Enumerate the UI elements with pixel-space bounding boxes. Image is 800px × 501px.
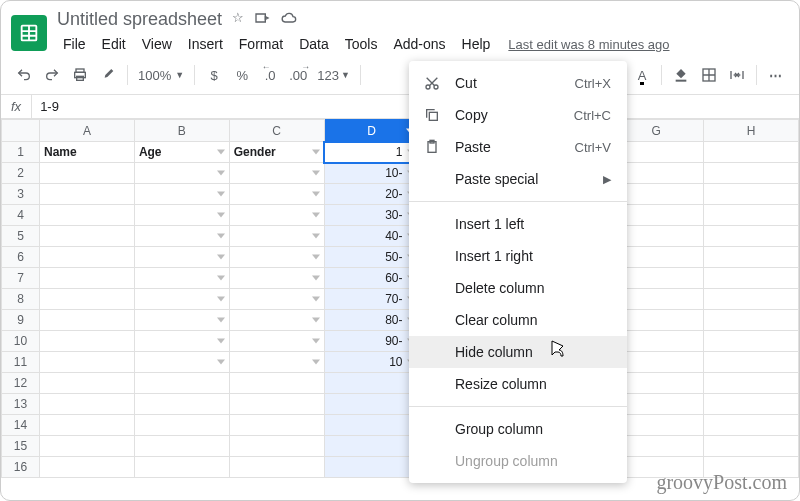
cell-dropdown-caret[interactable]: [312, 255, 320, 260]
context-menu-paste[interactable]: PasteCtrl+V: [409, 131, 627, 163]
row-header-14[interactable]: 14: [2, 415, 40, 436]
cell-B12[interactable]: [134, 373, 229, 394]
cell-dropdown-caret[interactable]: [217, 297, 225, 302]
menu-format[interactable]: Format: [233, 32, 289, 56]
cell-A10[interactable]: [40, 331, 135, 352]
cell-dropdown-caret[interactable]: [217, 192, 225, 197]
column-header-H[interactable]: H: [704, 120, 799, 142]
cell-dropdown-caret[interactable]: [217, 360, 225, 365]
context-menu-copy[interactable]: CopyCtrl+C: [409, 99, 627, 131]
row-header-15[interactable]: 15: [2, 436, 40, 457]
star-icon[interactable]: ☆: [232, 10, 244, 29]
document-title[interactable]: Untitled spreadsheet: [57, 9, 222, 30]
menu-data[interactable]: Data: [293, 32, 335, 56]
cell-D1[interactable]: 1: [324, 142, 419, 163]
decrease-decimal-button[interactable]: .0←: [257, 62, 283, 88]
cell-dropdown-caret[interactable]: [217, 171, 225, 176]
more-toolbar-button[interactable]: ⋯: [763, 62, 789, 88]
cell-H12[interactable]: [704, 373, 799, 394]
cell-D11[interactable]: 10: [324, 352, 419, 373]
cell-B13[interactable]: [134, 394, 229, 415]
cell-D3[interactable]: 20-: [324, 184, 419, 205]
menu-insert[interactable]: Insert: [182, 32, 229, 56]
cell-C1[interactable]: Gender: [229, 142, 324, 163]
print-button[interactable]: [67, 62, 93, 88]
cell-dropdown-caret[interactable]: [217, 234, 225, 239]
cell-H6[interactable]: [704, 247, 799, 268]
spreadsheet-grid[interactable]: ABCDGH1NameAgeGender1210-320-430-540-650…: [1, 119, 799, 478]
sheets-app-icon[interactable]: [11, 15, 47, 51]
cell-dropdown-caret[interactable]: [312, 360, 320, 365]
cell-B5[interactable]: [134, 226, 229, 247]
cell-D7[interactable]: 60-: [324, 268, 419, 289]
context-menu-group-column[interactable]: Group column: [409, 413, 627, 445]
cell-B10[interactable]: [134, 331, 229, 352]
row-header-2[interactable]: 2: [2, 163, 40, 184]
cell-dropdown-caret[interactable]: [312, 171, 320, 176]
cell-D8[interactable]: 70-: [324, 289, 419, 310]
cell-H8[interactable]: [704, 289, 799, 310]
row-header-6[interactable]: 6: [2, 247, 40, 268]
increase-decimal-button[interactable]: .00→: [285, 62, 311, 88]
format-currency-button[interactable]: $: [201, 62, 227, 88]
context-menu-hide-column[interactable]: Hide column: [409, 336, 627, 368]
cloud-status-icon[interactable]: [280, 10, 298, 29]
cell-H2[interactable]: [704, 163, 799, 184]
cell-H4[interactable]: [704, 205, 799, 226]
cell-C5[interactable]: [229, 226, 324, 247]
cell-D14[interactable]: [324, 415, 419, 436]
cell-B8[interactable]: [134, 289, 229, 310]
zoom-dropdown[interactable]: 100%▼: [134, 62, 188, 88]
cell-D4[interactable]: 30-: [324, 205, 419, 226]
cell-D9[interactable]: 80-: [324, 310, 419, 331]
row-header-13[interactable]: 13: [2, 394, 40, 415]
cell-B9[interactable]: [134, 310, 229, 331]
paint-format-button[interactable]: [95, 62, 121, 88]
cell-A8[interactable]: [40, 289, 135, 310]
cell-A12[interactable]: [40, 373, 135, 394]
cell-A5[interactable]: [40, 226, 135, 247]
column-header-A[interactable]: A: [40, 120, 135, 142]
format-percent-button[interactable]: %: [229, 62, 255, 88]
menu-view[interactable]: View: [136, 32, 178, 56]
cell-H3[interactable]: [704, 184, 799, 205]
move-icon[interactable]: [254, 10, 270, 29]
cell-A6[interactable]: [40, 247, 135, 268]
cell-C15[interactable]: [229, 436, 324, 457]
row-header-9[interactable]: 9: [2, 310, 40, 331]
row-header-3[interactable]: 3: [2, 184, 40, 205]
cell-B15[interactable]: [134, 436, 229, 457]
cell-A14[interactable]: [40, 415, 135, 436]
cell-D5[interactable]: 40-: [324, 226, 419, 247]
cell-H9[interactable]: [704, 310, 799, 331]
cell-H15[interactable]: [704, 436, 799, 457]
cell-B1[interactable]: Age: [134, 142, 229, 163]
cell-C7[interactable]: [229, 268, 324, 289]
cell-A9[interactable]: [40, 310, 135, 331]
redo-button[interactable]: [39, 62, 65, 88]
cell-dropdown-caret[interactable]: [312, 213, 320, 218]
cell-C11[interactable]: [229, 352, 324, 373]
cell-C3[interactable]: [229, 184, 324, 205]
number-format-dropdown[interactable]: 123▼: [313, 62, 354, 88]
cell-D10[interactable]: 90-: [324, 331, 419, 352]
borders-button[interactable]: [696, 62, 722, 88]
cell-A3[interactable]: [40, 184, 135, 205]
row-header-8[interactable]: 8: [2, 289, 40, 310]
cell-B11[interactable]: [134, 352, 229, 373]
context-menu-delete-column[interactable]: Delete column: [409, 272, 627, 304]
cell-dropdown-caret[interactable]: [312, 234, 320, 239]
context-menu-resize-column[interactable]: Resize column: [409, 368, 627, 400]
cell-H14[interactable]: [704, 415, 799, 436]
context-menu-insert-1-left[interactable]: Insert 1 left: [409, 208, 627, 240]
cell-B7[interactable]: [134, 268, 229, 289]
cell-dropdown-caret[interactable]: [217, 276, 225, 281]
cell-dropdown-caret[interactable]: [312, 192, 320, 197]
cell-D13[interactable]: [324, 394, 419, 415]
cell-dropdown-caret[interactable]: [312, 318, 320, 323]
cell-D16[interactable]: [324, 457, 419, 478]
cell-D15[interactable]: [324, 436, 419, 457]
menu-addons[interactable]: Add-ons: [387, 32, 451, 56]
row-header-11[interactable]: 11: [2, 352, 40, 373]
cell-D2[interactable]: 10-: [324, 163, 419, 184]
